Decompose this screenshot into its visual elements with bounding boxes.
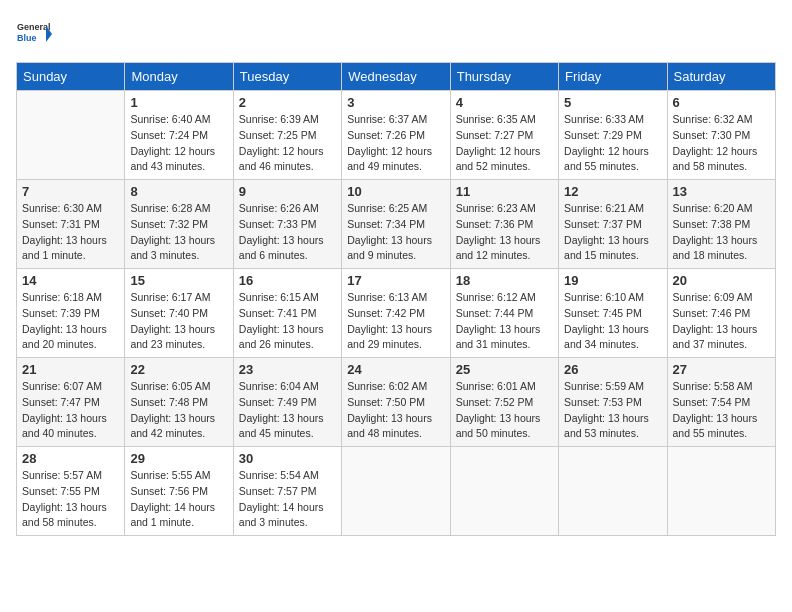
calendar-cell: 4Sunrise: 6:35 AMSunset: 7:27 PMDaylight… [450, 91, 558, 180]
day-info: Sunrise: 6:33 AMSunset: 7:29 PMDaylight:… [564, 112, 661, 175]
page-header: General Blue [16, 16, 776, 52]
day-number: 1 [130, 95, 227, 110]
day-info: Sunrise: 5:54 AMSunset: 7:57 PMDaylight:… [239, 468, 336, 531]
day-number: 7 [22, 184, 119, 199]
day-info: Sunrise: 6:02 AMSunset: 7:50 PMDaylight:… [347, 379, 444, 442]
day-number: 22 [130, 362, 227, 377]
calendar-cell [559, 447, 667, 536]
calendar-cell: 24Sunrise: 6:02 AMSunset: 7:50 PMDayligh… [342, 358, 450, 447]
day-number: 29 [130, 451, 227, 466]
day-number: 19 [564, 273, 661, 288]
calendar-cell: 22Sunrise: 6:05 AMSunset: 7:48 PMDayligh… [125, 358, 233, 447]
day-number: 8 [130, 184, 227, 199]
day-number: 16 [239, 273, 336, 288]
calendar-cell: 9Sunrise: 6:26 AMSunset: 7:33 PMDaylight… [233, 180, 341, 269]
calendar-cell: 19Sunrise: 6:10 AMSunset: 7:45 PMDayligh… [559, 269, 667, 358]
calendar-cell: 3Sunrise: 6:37 AMSunset: 7:26 PMDaylight… [342, 91, 450, 180]
calendar-cell: 5Sunrise: 6:33 AMSunset: 7:29 PMDaylight… [559, 91, 667, 180]
calendar-week-row: 1Sunrise: 6:40 AMSunset: 7:24 PMDaylight… [17, 91, 776, 180]
calendar-cell: 26Sunrise: 5:59 AMSunset: 7:53 PMDayligh… [559, 358, 667, 447]
day-info: Sunrise: 5:55 AMSunset: 7:56 PMDaylight:… [130, 468, 227, 531]
day-info: Sunrise: 6:21 AMSunset: 7:37 PMDaylight:… [564, 201, 661, 264]
calendar-cell: 27Sunrise: 5:58 AMSunset: 7:54 PMDayligh… [667, 358, 775, 447]
day-info: Sunrise: 6:01 AMSunset: 7:52 PMDaylight:… [456, 379, 553, 442]
calendar-cell: 7Sunrise: 6:30 AMSunset: 7:31 PMDaylight… [17, 180, 125, 269]
calendar-cell: 18Sunrise: 6:12 AMSunset: 7:44 PMDayligh… [450, 269, 558, 358]
day-number: 27 [673, 362, 770, 377]
column-header-thursday: Thursday [450, 63, 558, 91]
day-info: Sunrise: 6:17 AMSunset: 7:40 PMDaylight:… [130, 290, 227, 353]
day-info: Sunrise: 6:25 AMSunset: 7:34 PMDaylight:… [347, 201, 444, 264]
logo-icon: General Blue [16, 16, 52, 52]
calendar-week-row: 21Sunrise: 6:07 AMSunset: 7:47 PMDayligh… [17, 358, 776, 447]
calendar-cell [342, 447, 450, 536]
day-info: Sunrise: 6:30 AMSunset: 7:31 PMDaylight:… [22, 201, 119, 264]
day-info: Sunrise: 6:35 AMSunset: 7:27 PMDaylight:… [456, 112, 553, 175]
calendar-cell: 17Sunrise: 6:13 AMSunset: 7:42 PMDayligh… [342, 269, 450, 358]
day-number: 26 [564, 362, 661, 377]
day-number: 21 [22, 362, 119, 377]
calendar-cell: 6Sunrise: 6:32 AMSunset: 7:30 PMDaylight… [667, 91, 775, 180]
calendar-header-row: SundayMondayTuesdayWednesdayThursdayFrid… [17, 63, 776, 91]
day-number: 11 [456, 184, 553, 199]
calendar-cell: 25Sunrise: 6:01 AMSunset: 7:52 PMDayligh… [450, 358, 558, 447]
day-number: 30 [239, 451, 336, 466]
day-info: Sunrise: 6:12 AMSunset: 7:44 PMDaylight:… [456, 290, 553, 353]
day-number: 9 [239, 184, 336, 199]
calendar-week-row: 28Sunrise: 5:57 AMSunset: 7:55 PMDayligh… [17, 447, 776, 536]
day-info: Sunrise: 6:15 AMSunset: 7:41 PMDaylight:… [239, 290, 336, 353]
day-number: 20 [673, 273, 770, 288]
calendar-cell: 30Sunrise: 5:54 AMSunset: 7:57 PMDayligh… [233, 447, 341, 536]
calendar-cell: 20Sunrise: 6:09 AMSunset: 7:46 PMDayligh… [667, 269, 775, 358]
column-header-friday: Friday [559, 63, 667, 91]
day-info: Sunrise: 6:32 AMSunset: 7:30 PMDaylight:… [673, 112, 770, 175]
calendar-cell: 10Sunrise: 6:25 AMSunset: 7:34 PMDayligh… [342, 180, 450, 269]
day-number: 12 [564, 184, 661, 199]
day-info: Sunrise: 6:13 AMSunset: 7:42 PMDaylight:… [347, 290, 444, 353]
day-info: Sunrise: 5:58 AMSunset: 7:54 PMDaylight:… [673, 379, 770, 442]
day-number: 23 [239, 362, 336, 377]
calendar-cell: 21Sunrise: 6:07 AMSunset: 7:47 PMDayligh… [17, 358, 125, 447]
day-info: Sunrise: 6:23 AMSunset: 7:36 PMDaylight:… [456, 201, 553, 264]
calendar-cell [17, 91, 125, 180]
calendar-table: SundayMondayTuesdayWednesdayThursdayFrid… [16, 62, 776, 536]
svg-text:Blue: Blue [17, 33, 37, 43]
day-number: 17 [347, 273, 444, 288]
calendar-cell: 29Sunrise: 5:55 AMSunset: 7:56 PMDayligh… [125, 447, 233, 536]
day-number: 3 [347, 95, 444, 110]
calendar-cell: 1Sunrise: 6:40 AMSunset: 7:24 PMDaylight… [125, 91, 233, 180]
column-header-monday: Monday [125, 63, 233, 91]
day-info: Sunrise: 6:07 AMSunset: 7:47 PMDaylight:… [22, 379, 119, 442]
column-header-wednesday: Wednesday [342, 63, 450, 91]
logo: General Blue [16, 16, 52, 52]
day-info: Sunrise: 6:10 AMSunset: 7:45 PMDaylight:… [564, 290, 661, 353]
day-number: 10 [347, 184, 444, 199]
day-info: Sunrise: 6:39 AMSunset: 7:25 PMDaylight:… [239, 112, 336, 175]
day-number: 13 [673, 184, 770, 199]
day-info: Sunrise: 6:20 AMSunset: 7:38 PMDaylight:… [673, 201, 770, 264]
calendar-cell: 8Sunrise: 6:28 AMSunset: 7:32 PMDaylight… [125, 180, 233, 269]
day-number: 14 [22, 273, 119, 288]
day-number: 24 [347, 362, 444, 377]
day-info: Sunrise: 5:57 AMSunset: 7:55 PMDaylight:… [22, 468, 119, 531]
calendar-cell: 12Sunrise: 6:21 AMSunset: 7:37 PMDayligh… [559, 180, 667, 269]
day-number: 28 [22, 451, 119, 466]
day-number: 25 [456, 362, 553, 377]
calendar-cell [450, 447, 558, 536]
day-info: Sunrise: 6:09 AMSunset: 7:46 PMDaylight:… [673, 290, 770, 353]
column-header-tuesday: Tuesday [233, 63, 341, 91]
day-info: Sunrise: 6:37 AMSunset: 7:26 PMDaylight:… [347, 112, 444, 175]
day-info: Sunrise: 6:04 AMSunset: 7:49 PMDaylight:… [239, 379, 336, 442]
day-info: Sunrise: 6:28 AMSunset: 7:32 PMDaylight:… [130, 201, 227, 264]
calendar-cell: 15Sunrise: 6:17 AMSunset: 7:40 PMDayligh… [125, 269, 233, 358]
day-info: Sunrise: 6:18 AMSunset: 7:39 PMDaylight:… [22, 290, 119, 353]
day-number: 5 [564, 95, 661, 110]
calendar-cell: 28Sunrise: 5:57 AMSunset: 7:55 PMDayligh… [17, 447, 125, 536]
calendar-cell: 14Sunrise: 6:18 AMSunset: 7:39 PMDayligh… [17, 269, 125, 358]
day-number: 2 [239, 95, 336, 110]
calendar-cell: 16Sunrise: 6:15 AMSunset: 7:41 PMDayligh… [233, 269, 341, 358]
day-info: Sunrise: 6:26 AMSunset: 7:33 PMDaylight:… [239, 201, 336, 264]
day-info: Sunrise: 6:40 AMSunset: 7:24 PMDaylight:… [130, 112, 227, 175]
calendar-week-row: 14Sunrise: 6:18 AMSunset: 7:39 PMDayligh… [17, 269, 776, 358]
column-header-sunday: Sunday [17, 63, 125, 91]
